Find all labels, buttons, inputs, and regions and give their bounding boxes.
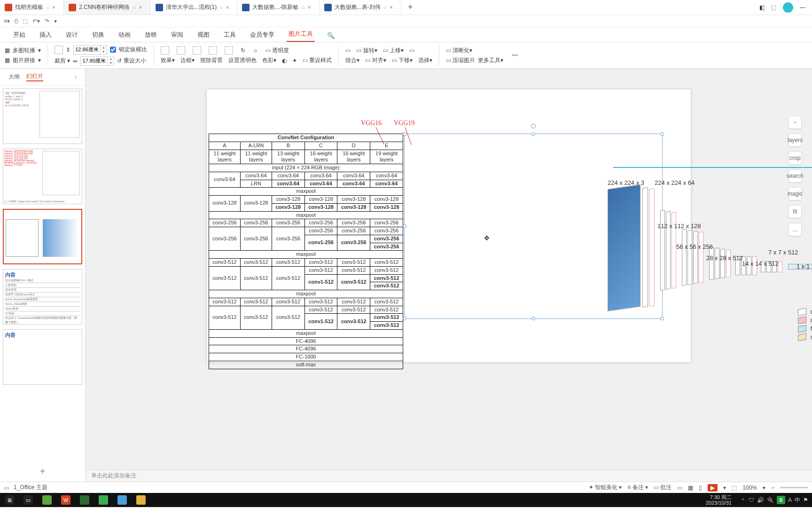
sidebar-toggle-icon[interactable]: ◧ [759, 4, 765, 11]
sharpen-button[interactable]: ▭ 清晰化▾ [446, 47, 472, 55]
doc-tab[interactable]: 找稻壳模板○× [0, 0, 64, 15]
set-transparent-button[interactable]: 设置透明色 [228, 56, 257, 64]
taskbar-item[interactable] [132, 493, 150, 507]
user-avatar[interactable] [783, 2, 793, 13]
float-tool[interactable]: search [789, 169, 802, 183]
ribbon-tab[interactable]: 插入 [38, 28, 54, 42]
sun-icon[interactable]: ✦ [292, 57, 297, 64]
ribbon-tab-active[interactable]: 图片工具 [287, 27, 315, 42]
notes-area[interactable]: 单击此处添加备注 [86, 469, 812, 482]
brightness-icon[interactable]: ☼ [253, 47, 258, 54]
close-icon[interactable]: × [390, 4, 396, 11]
slide[interactable]: VGG16 VGG19 ConvNet ConfigurationAA-LRNB… [207, 89, 691, 362]
taskbar-item[interactable] [94, 493, 113, 507]
notes-button[interactable]: ≡ 备注 ▾ [627, 484, 648, 492]
group-button[interactable]: 组合▾ [345, 56, 359, 64]
qa-undo-icon[interactable]: ↶▾ [32, 18, 40, 24]
view-normal-icon[interactable]: ▭ [677, 484, 682, 491]
lock-ratio-checkbox[interactable] [110, 47, 116, 53]
ribbon-tab[interactable]: 工具 [222, 28, 238, 42]
comments-button[interactable]: ▭ 批注 [654, 484, 671, 492]
doc-tab[interactable]: 清华大学出...流程(1)○× [151, 0, 238, 15]
reset-style-button[interactable]: ▭ 重设样式 [303, 56, 332, 64]
reset-size-button[interactable]: ↺ 重设大小 [117, 57, 146, 65]
beautify-button[interactable]: ✦ 智能美化 ▾ [589, 484, 622, 492]
doc-tab[interactable]: 大数据教...-陈新敏○× [237, 0, 319, 15]
qa-print-icon[interactable]: ⎙ [15, 18, 18, 24]
removebg-button[interactable]: 抠除背景 [200, 56, 223, 64]
ribbon-tab[interactable]: 放映 [143, 28, 159, 42]
taskbar-item[interactable] [38, 493, 56, 507]
taskbar-item[interactable]: W [56, 493, 75, 507]
close-icon[interactable]: × [52, 4, 59, 11]
selected-image[interactable]: 224 x 224 x 3 224 x 224 x 64 112 x 112 x… [404, 134, 663, 319]
taskbar-item[interactable] [75, 493, 94, 507]
ribbon-tab[interactable]: 设计 [64, 28, 80, 42]
float-tool[interactable]: … [789, 223, 802, 236]
zoom-label[interactable]: 100% [742, 484, 757, 491]
view-reading-icon[interactable]: ▯ [699, 484, 702, 491]
focus-icon[interactable]: ⬚ [732, 484, 737, 491]
rotate-handle[interactable] [531, 124, 536, 128]
color-button[interactable]: 色彩▾ [262, 56, 276, 64]
select-button[interactable]: 选择▾ [418, 56, 432, 64]
moveup-button[interactable]: ▭ 上移▾ [383, 47, 404, 55]
multi-rotate-button[interactable]: ▦ 多图轮播 ▾ [5, 47, 41, 55]
new-tab-button[interactable]: + [401, 2, 420, 12]
zoom-slider[interactable] [780, 487, 808, 488]
add-slide-button[interactable]: + [0, 461, 85, 482]
slide-thumb[interactable] [3, 209, 82, 264]
float-tool[interactable]: layers [789, 134, 802, 147]
effect-button[interactable]: 效果▾ [161, 56, 175, 64]
rotate-button[interactable]: ▭ 旋转▾ [356, 47, 377, 55]
view-sorter-icon[interactable]: ▦ [688, 484, 693, 491]
taskbar-item[interactable]: ⊞ [0, 493, 19, 507]
ribbon-tab[interactable]: 动画 [117, 28, 133, 42]
ribbon-tab[interactable]: 开始 [11, 28, 27, 42]
qa-preview-icon[interactable]: ⬚ [23, 18, 28, 24]
float-tool[interactable]: magic [789, 187, 802, 200]
slide-thumb[interactable]: 内容前沿地图像CNN / 概述人类视觉基本原理深度学习框架Keras简介Kera… [3, 269, 82, 325]
qa-dropdown-icon[interactable]: ▾ [54, 18, 57, 24]
collapse-panel-icon[interactable]: ‹ [75, 74, 77, 80]
taskbar-item[interactable] [113, 493, 132, 507]
ribbon-tab[interactable]: 审阅 [169, 28, 185, 42]
window-minimize-icon[interactable]: — [800, 4, 805, 11]
clock[interactable]: 7:30 周二 2023/10/31 [701, 494, 736, 506]
slide-thumb[interactable]: 内容 [3, 329, 82, 385]
close-icon[interactable]: × [226, 4, 232, 11]
compress-button[interactable]: ▭ 压缩图片 [446, 56, 475, 64]
border-button[interactable]: 边框▾ [180, 56, 195, 64]
float-tool[interactable]: fit [789, 205, 802, 218]
more-icon[interactable]: ••• [512, 52, 518, 59]
width-input[interactable]: ▲▼ [80, 56, 114, 66]
cube-icon[interactable]: ⬚ [771, 4, 776, 11]
slide-thumb[interactable]: memory: 224*224*64=3.2M memory: 224*224*… [3, 149, 82, 204]
ribbon-tab[interactable]: 切换 [90, 28, 106, 42]
doc-tab[interactable]: 大数据教...表-刘伟○× [320, 0, 401, 15]
taskbar-item[interactable]: ▭ [19, 493, 38, 507]
crop-button[interactable]: 裁剪 ▾ [55, 57, 70, 65]
movedown-button[interactable]: ▭ 下移▾ [392, 56, 413, 64]
ribbon-tab[interactable]: 视图 [195, 28, 211, 42]
close-icon[interactable]: × [308, 4, 314, 11]
image-join-button[interactable]: ▦ 图片拼接 ▾ [5, 56, 41, 64]
theme-icon[interactable]: ▭ [4, 484, 9, 491]
trans-button[interactable]: ▭ 透明度 [265, 47, 289, 55]
refresh-icon[interactable]: ↻ [241, 47, 245, 54]
ribbon-search-icon[interactable]: 🔍 [325, 29, 336, 42]
slideshow-button[interactable]: ▶ [708, 484, 718, 492]
menu-icon[interactable]: ≡▾ [4, 18, 10, 24]
slides-tab[interactable]: 幻灯片 [26, 72, 43, 81]
ribbon-tab[interactable]: 会员专享 [248, 28, 276, 42]
slide-thumb[interactable]: dy: VGGNetstride 1, pad 1 POOL stride 2d… [3, 88, 82, 144]
contrast-icon[interactable]: ◐ [282, 57, 287, 64]
height-input[interactable]: ▲▼ [73, 45, 107, 55]
qa-redo-icon[interactable]: ↷ [45, 18, 49, 24]
close-icon[interactable]: × [139, 4, 146, 11]
zoom-out-icon[interactable]: − [771, 484, 774, 491]
doc-tab[interactable]: 2.CNN卷积神经网络○× [64, 0, 150, 15]
align-button[interactable]: ▭ 对齐▾ [365, 56, 386, 64]
float-tool[interactable]: crop [789, 151, 802, 165]
outline-tab[interactable]: 大纲 [8, 73, 20, 81]
